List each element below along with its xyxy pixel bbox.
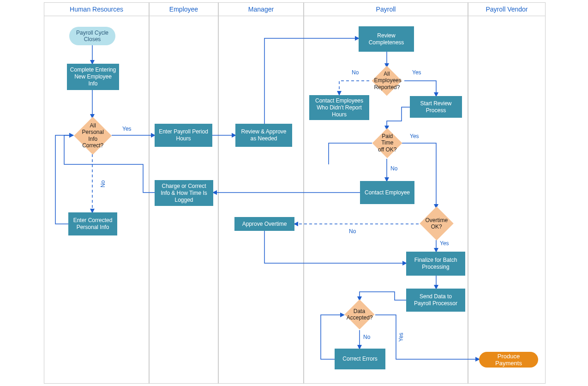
lane-header-emp: Employee [149, 2, 218, 16]
process-review-completeness-label: ReviewCompleteness [369, 32, 404, 46]
process-start-review: Start ReviewProcess [410, 96, 462, 118]
terminator-produce-payments: Produce Payments [479, 352, 538, 368]
process-finalize-label: Finalize for BatchProcessing [414, 257, 457, 271]
process-review-approve-label: Review & Approveas Needed [241, 128, 286, 142]
edge-label-pto-yes: Yes [410, 133, 419, 139]
edge-label-personal-no: No [100, 181, 106, 187]
process-enter-corrected-label: Enter CorrectedPersonal Info [73, 217, 113, 231]
lane-header-mgr: Manager [218, 2, 304, 16]
process-approve-overtime: Approve Overtime [234, 217, 294, 231]
lane-body-vendor [468, 16, 546, 384]
process-correct-errors-label: Correct Errors [342, 356, 377, 362]
process-correct-errors: Correct Errors [335, 349, 385, 369]
lane-header-payroll-label: Payroll [376, 6, 396, 13]
edge-label-reported-no: No [352, 69, 359, 76]
lane-header-hr: Human Resources [44, 2, 149, 16]
process-send-data: Send Data toPayroll Processor [406, 289, 465, 312]
terminator-start-label: Payroll CycleCloses [76, 30, 108, 42]
edge-label-data-no: No [363, 334, 370, 340]
process-charge-correct: Charge or CorrectInfo & How Time IsLogge… [155, 180, 213, 206]
flowchart-canvas: Human Resources Employee Manager Payroll… [0, 0, 588, 386]
edge-label-ot-yes: Yes [440, 240, 449, 247]
lane-header-payroll: Payroll [304, 2, 468, 16]
process-approve-overtime-label: Approve Overtime [242, 221, 287, 228]
process-review-completeness: ReviewCompleteness [359, 26, 414, 52]
process-start-review-label: Start ReviewProcess [420, 100, 451, 114]
lane-header-vendor-label: Payroll Vendor [486, 6, 528, 13]
terminator-produce-payments-label: Produce Payments [486, 353, 532, 367]
process-contact-no-report: Contact EmployeesWho Didn't ReportHours [309, 95, 369, 120]
lane-header-vendor: Payroll Vendor [468, 2, 546, 16]
edge-label-data-yes: Yes [398, 332, 404, 342]
decision-data-accepted-label: DataAccepted? [347, 308, 372, 321]
process-contact-employee: Contact Employee [360, 181, 414, 204]
edge-label-ot-no: No [349, 228, 356, 235]
edge-label-reported-yes: Yes [412, 69, 421, 76]
edge-label-pto-no: No [390, 165, 397, 172]
process-contact-employee-label: Contact Employee [365, 189, 410, 196]
process-complete-entering-label: Complete EnteringNew EmployeeInfo [70, 66, 116, 87]
process-charge-correct-label: Charge or CorrectInfo & How Time IsLogge… [161, 183, 207, 204]
process-complete-entering: Complete EnteringNew EmployeeInfo [67, 64, 119, 90]
decision-all-reported-label: All EmployeesReported? [374, 71, 399, 90]
process-finalize: Finalize for BatchProcessing [406, 252, 465, 276]
decision-personal-info-label: AllPersonal InfoCorrect? [79, 122, 106, 149]
process-enter-corrected: Enter CorrectedPersonal Info [68, 212, 117, 235]
decision-overtime-ok-label: Overtime OK? [425, 217, 449, 230]
lane-header-hr-label: Human Resources [70, 6, 123, 13]
edge-label-personal-yes: Yes [122, 126, 132, 132]
decision-paid-time-off-label: Paid Timeoff OK? [377, 133, 398, 153]
process-enter-hours: Enter Payroll PeriodHours [155, 124, 212, 147]
process-contact-no-report-label: Contact EmployeesWho Didn't ReportHours [315, 97, 363, 118]
lane-body-mgr [218, 16, 304, 384]
process-send-data-label: Send Data toPayroll Processor [414, 293, 457, 307]
terminator-start: Payroll CycleCloses [69, 27, 115, 45]
lane-header-emp-label: Employee [169, 6, 198, 13]
process-review-approve: Review & Approveas Needed [235, 124, 292, 147]
lane-header-mgr-label: Manager [248, 6, 274, 13]
process-enter-hours-label: Enter Payroll PeriodHours [159, 128, 208, 142]
